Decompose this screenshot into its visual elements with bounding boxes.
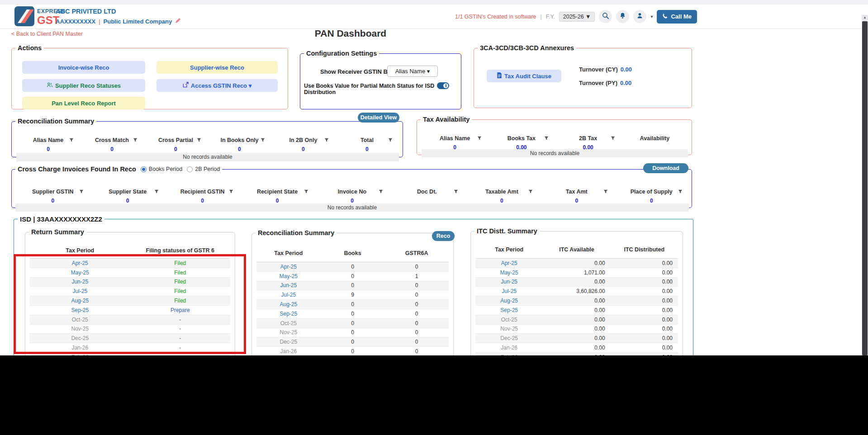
books-period-radio[interactable]: Books Period — [141, 166, 182, 172]
tax-period-link[interactable]: Dec-25 — [256, 339, 321, 345]
tax-period-link[interactable]: Jun-25 — [30, 279, 130, 285]
filter-icon[interactable] — [603, 188, 608, 196]
tax-period-link[interactable]: Nov-25 — [475, 326, 543, 332]
tax-period-link[interactable]: Jul-25 — [475, 288, 543, 294]
show-receiver-gstin-select[interactable]: Alias Name ▾ — [387, 66, 438, 77]
column-header: 2B Tax 0.00 — [555, 134, 621, 151]
filter-icon[interactable] — [528, 188, 533, 196]
filter-icon[interactable] — [133, 136, 138, 144]
filter-icon[interactable] — [79, 188, 84, 196]
scrollbar[interactable]: ▲ — [862, 15, 868, 355]
filter-icon[interactable] — [379, 188, 383, 196]
filter-icon[interactable] — [678, 188, 683, 196]
download-report-button[interactable]: Download Report — [643, 163, 688, 173]
reco-button[interactable]: Reco — [432, 231, 455, 241]
filing-status-link[interactable]: - — [130, 345, 231, 351]
pan-level-reco-report-button[interactable]: Pan Level Reco Report — [22, 97, 145, 109]
table-row: Sep-25 0 0 — [256, 309, 449, 319]
tax-period-link[interactable]: Apr-25 — [30, 260, 130, 266]
filter-icon[interactable] — [69, 136, 74, 144]
user-menu-button[interactable] — [633, 10, 646, 23]
user-menu-caret-icon[interactable]: ▾ — [650, 14, 653, 19]
detailed-view-button[interactable]: Detailed View — [358, 113, 399, 123]
tax-period-link[interactable]: Sep-25 — [256, 311, 321, 317]
tax-period-link[interactable]: May-25 — [256, 273, 321, 279]
filing-status-link[interactable]: Prepare — [130, 307, 231, 313]
itc-available-value: 0.00 — [543, 335, 610, 341]
filter-icon[interactable] — [304, 188, 308, 196]
filter-icon[interactable] — [197, 136, 201, 144]
isd-recon-summary-card: Reconciliation Summary Tax Period Books … — [251, 229, 454, 359]
call-me-button[interactable]: Call Me — [657, 10, 697, 24]
financial-year-select[interactable]: 2025-26 ▼ — [559, 12, 595, 22]
filter-icon[interactable] — [229, 188, 233, 196]
tax-period-link[interactable]: Jun-25 — [256, 282, 321, 288]
itc-available-value: 0.00 — [543, 260, 610, 266]
tax-period-link[interactable]: Oct-25 — [30, 317, 130, 323]
tax-period-link[interactable]: Jul-25 — [30, 288, 130, 294]
tax-period-link[interactable]: Oct-25 — [256, 320, 321, 326]
tax-period-link[interactable]: Apr-25 — [475, 260, 543, 266]
company-block: ABC PRIVITED LTD AAXXXXXXXX | Public Lim… — [56, 8, 181, 25]
filter-icon[interactable] — [454, 188, 458, 196]
edit-pencil-icon[interactable] — [175, 18, 181, 25]
filter-icon[interactable] — [611, 134, 615, 142]
return-summary-body: Apr-25 Filed May-25 Filed Jun-25 Filed J… — [30, 259, 230, 362]
filter-icon[interactable] — [477, 134, 482, 142]
tax-period-link[interactable]: Jan-26 — [30, 345, 130, 351]
table-row: Jan-26 - — [30, 343, 230, 353]
radio-unselected-icon — [187, 166, 193, 172]
tax-period-link[interactable]: Aug-25 — [475, 298, 543, 304]
tax-period-link[interactable]: Apr-25 — [256, 264, 321, 270]
tax-period-link[interactable]: Dec-25 — [475, 335, 543, 341]
filing-status-link[interactable]: Filed — [130, 298, 231, 304]
gstin-search-button[interactable] — [599, 10, 612, 23]
column-header: Supplier GSTIN 0 — [15, 187, 90, 204]
filing-status-link[interactable]: - — [130, 317, 231, 323]
supplier-reco-statuses-button[interactable]: Supplier Reco Statuses — [22, 79, 145, 92]
tax-period-link[interactable]: Jul-25 — [256, 292, 321, 298]
tax-period-link[interactable]: Sep-25 — [475, 307, 543, 313]
filter-icon[interactable] — [544, 134, 549, 142]
page-title: PAN Dashboard — [0, 28, 701, 39]
tax-period-link[interactable]: Aug-25 — [30, 298, 130, 304]
tax-period-link[interactable]: Nov-25 — [30, 326, 130, 332]
tax-period-link[interactable]: Aug-25 — [256, 301, 321, 307]
company-type: Public Limited Company — [104, 18, 172, 25]
column-header: Taxable Amt 0 — [465, 187, 539, 204]
column-header: Place of Supply 0 — [614, 187, 689, 204]
tax-period-link[interactable]: Nov-25 — [256, 329, 321, 336]
tax-audit-clause-button[interactable]: Tax Audit Clause — [487, 70, 561, 82]
tax-period-link[interactable]: Jan-26 — [475, 345, 543, 351]
tax-period-link[interactable]: May-25 — [30, 270, 130, 276]
tax-period-link[interactable]: Sep-25 — [30, 307, 130, 313]
tax-availability-panel: Tax Availability Alias Name 0 Books Tax … — [417, 116, 692, 155]
supplier-wise-reco-button[interactable]: Supplier-wise Reco — [157, 61, 278, 74]
back-to-pan-master-link[interactable]: < Back to Client PAN Master — [11, 31, 83, 37]
filter-icon[interactable] — [388, 136, 393, 144]
tax-period-link[interactable]: Dec-25 — [30, 335, 130, 341]
return-summary-legend: Return Summary — [29, 228, 86, 236]
tax-period-link[interactable]: May-25 — [475, 270, 543, 276]
tax-period-link[interactable]: Oct-25 — [475, 317, 543, 323]
books-count: 0 — [321, 282, 385, 288]
invoice-wise-reco-button[interactable]: Invoice-wise Reco — [22, 61, 145, 74]
filing-status-link[interactable]: Filed — [130, 279, 231, 285]
filing-status-link[interactable]: - — [130, 335, 231, 341]
access-gstin-reco-button[interactable]: Access GSTIN Reco ▾ — [157, 79, 278, 92]
tax-period-link[interactable]: Jun-25 — [475, 279, 543, 285]
filter-icon[interactable] — [154, 188, 159, 196]
scrollbar-thumb[interactable] — [862, 21, 868, 355]
itc-distributed-value: 0.00 — [611, 326, 678, 332]
2b-period-radio[interactable]: 2B Period — [187, 166, 220, 172]
tax-period-link[interactable]: Jan-26 — [256, 348, 321, 355]
filing-status-link[interactable]: Filed — [130, 260, 231, 266]
scroll-up-arrow-icon[interactable]: ▲ — [862, 15, 868, 19]
filter-icon[interactable] — [261, 136, 265, 144]
filing-status-link[interactable]: Filed — [130, 270, 231, 276]
filter-icon[interactable] — [324, 136, 329, 144]
filing-status-link[interactable]: - — [130, 326, 231, 332]
filing-status-link[interactable]: Filed — [130, 288, 231, 294]
notifications-button[interactable] — [616, 10, 629, 23]
books-value-toggle[interactable] — [437, 82, 449, 89]
